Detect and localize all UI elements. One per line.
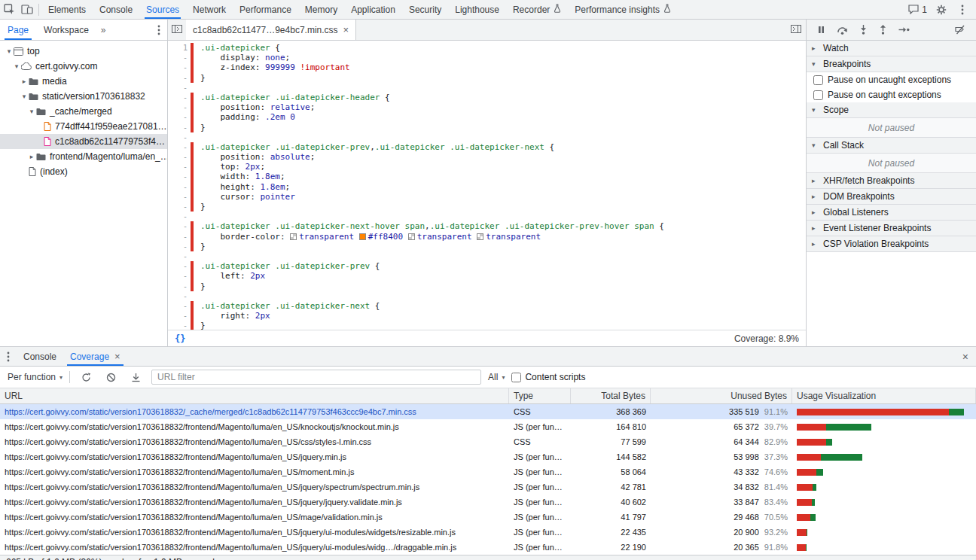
tab-performance[interactable]: Performance <box>233 0 298 19</box>
color-swatch-icon[interactable] <box>359 233 366 240</box>
type-filter-dropdown[interactable]: All▾ <box>488 372 505 382</box>
line-number[interactable]: - <box>168 251 188 261</box>
step-icon[interactable] <box>898 26 910 34</box>
pretty-print-icon[interactable]: {} <box>175 333 185 344</box>
checkbox[interactable] <box>813 90 823 100</box>
line-number[interactable]: - <box>168 182 188 192</box>
navigator-menu-icon[interactable] <box>151 25 167 35</box>
more-options-icon[interactable] <box>953 0 971 19</box>
code-line[interactable]: - z-index: 999999 !important <box>168 62 806 72</box>
code-line[interactable]: - <box>168 251 806 261</box>
code-line[interactable]: - padding: .2em 0 <box>168 112 806 122</box>
drawer-tab-console[interactable]: Console <box>17 347 63 366</box>
line-number[interactable]: - <box>168 212 188 221</box>
code-line[interactable]: - <box>168 212 806 221</box>
reload-icon[interactable] <box>77 368 95 387</box>
code-line[interactable]: - position: relative; <box>168 102 806 112</box>
table-row[interactable]: https://cert.goivvy.com/static/version17… <box>0 525 976 540</box>
code-line[interactable]: -.ui-datepicker .ui-datepicker-header { <box>168 93 806 102</box>
code-line[interactable]: - display: none; <box>168 53 806 62</box>
tab-memory[interactable]: Memory <box>298 0 344 19</box>
drawer-menu-icon[interactable] <box>0 347 17 366</box>
code-line[interactable]: -.ui-datepicker .ui-datepicker-prev,.ui-… <box>168 142 806 152</box>
close-drawer-icon[interactable]: × <box>955 347 976 366</box>
code-line[interactable]: -.ui-datepicker .ui-datepicker-next-hove… <box>168 221 806 231</box>
tree-item-static-version1703618832[interactable]: ▾static/version1703618832 <box>0 89 167 104</box>
section-csp-violation-breakpoints[interactable]: ▸CSP Violation Breakpoints <box>807 236 976 252</box>
disclosure-arrow-icon[interactable]: ▸ <box>20 78 29 85</box>
table-row[interactable]: https://cert.goivvy.com/static/version17… <box>0 449 976 464</box>
line-number[interactable]: - <box>168 321 188 330</box>
settings-gear-icon[interactable] <box>932 0 950 19</box>
tree-item-cert-goivvy-com[interactable]: ▾cert.goivvy.com <box>0 59 167 74</box>
section-event-listener-breakpoints[interactable]: ▸Event Listener Breakpoints <box>807 221 976 236</box>
section-xhr-fetch-breakpoints[interactable]: ▸XHR/fetch Breakpoints <box>807 173 976 189</box>
code-line[interactable]: -} <box>168 202 806 212</box>
color-swatch-icon[interactable] <box>477 233 483 240</box>
tree-item-frontend-magento-luma-en[interactable]: ▸frontend/Magento/luma/en_… <box>0 149 167 164</box>
section-breakpoints[interactable]: ▾Breakpoints <box>807 56 976 72</box>
section-dom-breakpoints[interactable]: ▸DOM Breakpoints <box>807 189 976 205</box>
column-header-url[interactable]: URL <box>0 388 509 403</box>
device-toolbar-icon[interactable] <box>18 0 36 19</box>
table-row[interactable]: https://cert.goivvy.com/static/version17… <box>0 419 976 434</box>
option-pause-on-caught-exceptions[interactable]: Pause on caught exceptions <box>807 87 976 102</box>
code-line[interactable]: - width: 1.8em; <box>168 172 806 181</box>
more-tabs-chevron-icon[interactable]: » <box>96 25 111 35</box>
column-header-unused-bytes[interactable]: Unused Bytes <box>651 388 792 403</box>
table-row[interactable]: https://cert.goivvy.com/static/version17… <box>0 495 976 510</box>
line-number[interactable]: - <box>168 142 188 152</box>
line-number[interactable]: - <box>168 152 188 162</box>
section-watch[interactable]: ▸Watch <box>807 41 976 56</box>
tab-lighthouse[interactable]: Lighthouse <box>448 0 506 19</box>
toggle-navigator-icon[interactable] <box>168 20 186 38</box>
code-editor[interactable]: 1.ui-datepicker {- display: none;- z-ind… <box>168 41 806 330</box>
tree-item-774dff441f959eae217081[interactable]: 774dff441f959eae217081… <box>0 119 167 134</box>
code-line[interactable]: 1.ui-datepicker { <box>168 43 806 53</box>
tree-item-c1c8adb62c114779753f4[interactable]: c1c8adb62c114779753f4… <box>0 134 167 149</box>
column-header-type[interactable]: Type <box>509 388 571 403</box>
line-number[interactable]: - <box>168 112 188 122</box>
line-number[interactable]: - <box>168 83 188 93</box>
code-line[interactable]: - <box>168 291 806 301</box>
code-line[interactable]: - cursor: pointer <box>168 192 806 202</box>
line-number[interactable]: - <box>168 53 188 62</box>
navigator-tab-workspace[interactable]: Workspace <box>36 20 96 40</box>
line-number[interactable]: - <box>168 242 188 251</box>
table-row[interactable]: https://cert.goivvy.com/static/version17… <box>0 404 976 419</box>
content-scripts-checkbox[interactable]: Content scripts <box>511 372 585 382</box>
tree-item-cache-merged[interactable]: ▾_cache/merged <box>0 104 167 119</box>
tree-item-media[interactable]: ▸media <box>0 74 167 89</box>
close-tab-icon[interactable]: × <box>343 24 349 35</box>
code-line[interactable]: - left: 2px <box>168 271 806 281</box>
line-number[interactable]: - <box>168 301 188 311</box>
line-number[interactable]: - <box>168 192 188 202</box>
editor-tab[interactable]: c1c8adb62c11477…9e4bc7.min.css × <box>186 20 356 40</box>
line-number[interactable]: - <box>168 291 188 301</box>
line-number[interactable]: - <box>168 73 188 83</box>
disclosure-arrow-icon[interactable]: ▾ <box>20 93 29 100</box>
code-line[interactable]: -} <box>168 73 806 83</box>
tab-network[interactable]: Network <box>186 0 233 19</box>
step-out-icon[interactable] <box>879 25 887 35</box>
line-number[interactable]: - <box>168 311 188 321</box>
code-line[interactable]: -.ui-datepicker .ui-datepicker-prev { <box>168 261 806 271</box>
pause-script-icon[interactable] <box>817 26 825 34</box>
clear-icon[interactable] <box>102 368 120 387</box>
tab-sources[interactable]: Sources <box>139 0 186 19</box>
disclosure-arrow-icon[interactable]: ▾ <box>12 62 21 70</box>
line-number[interactable]: - <box>168 162 188 172</box>
coverage-mode-dropdown[interactable]: Per function▾ <box>8 372 63 382</box>
code-line[interactable]: -} <box>168 242 806 251</box>
code-line[interactable]: - <box>168 132 806 142</box>
code-line[interactable]: - position: absolute; <box>168 152 806 162</box>
table-row[interactable]: https://cert.goivvy.com/static/version17… <box>0 434 976 449</box>
section-global-listeners[interactable]: ▸Global Listeners <box>807 205 976 221</box>
line-number[interactable]: 1 <box>168 43 188 53</box>
color-swatch-icon[interactable] <box>408 233 415 240</box>
table-row[interactable]: https://cert.goivvy.com/static/version17… <box>0 479 976 495</box>
checkbox[interactable] <box>813 75 823 85</box>
line-number[interactable]: - <box>168 282 188 291</box>
line-number[interactable]: - <box>168 123 188 132</box>
tab-performance-insights[interactable]: Performance insights <box>568 0 678 19</box>
